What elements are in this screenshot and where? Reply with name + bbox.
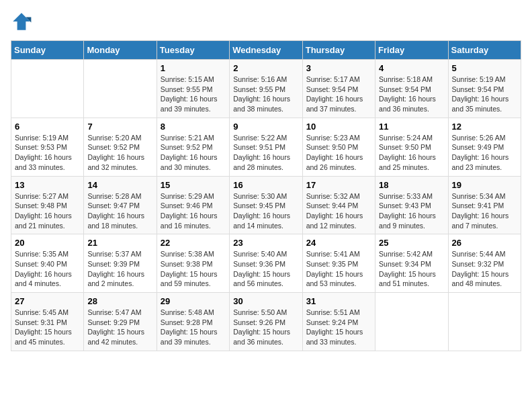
- day-info: Sunrise: 5:18 AM Sunset: 9:54 PM Dayligh…: [379, 75, 444, 114]
- day-info: Sunrise: 5:23 AM Sunset: 9:50 PM Dayligh…: [306, 133, 371, 173]
- day-info: Sunrise: 5:16 AM Sunset: 9:55 PM Dayligh…: [233, 75, 298, 114]
- day-number: 10: [306, 122, 371, 132]
- day-info: Sunrise: 5:22 AM Sunset: 9:51 PM Dayligh…: [233, 133, 298, 173]
- day-number: 13: [15, 180, 80, 190]
- day-info: Sunrise: 5:15 AM Sunset: 9:55 PM Dayligh…: [161, 75, 226, 114]
- day-number: 7: [87, 122, 152, 132]
- day-info: Sunrise: 5:40 AM Sunset: 9:36 PM Dayligh…: [233, 249, 298, 289]
- header-day-wednesday: Wednesday: [230, 41, 302, 60]
- calendar-cell: 1Sunrise: 5:15 AM Sunset: 9:55 PM Daylig…: [157, 60, 229, 118]
- calendar-cell: 7Sunrise: 5:20 AM Sunset: 9:52 PM Daylig…: [84, 118, 157, 176]
- day-number: 30: [233, 296, 298, 306]
- day-number: 11: [379, 122, 444, 132]
- day-info: Sunrise: 5:33 AM Sunset: 9:43 PM Dayligh…: [379, 191, 444, 231]
- day-number: 12: [452, 122, 517, 132]
- calendar-cell: 15Sunrise: 5:29 AM Sunset: 9:46 PM Dayli…: [157, 176, 229, 234]
- calendar-cell: 8Sunrise: 5:21 AM Sunset: 9:52 PM Daylig…: [157, 118, 229, 176]
- calendar-cell: 16Sunrise: 5:30 AM Sunset: 9:45 PM Dayli…: [230, 176, 302, 234]
- calendar-cell: 19Sunrise: 5:34 AM Sunset: 9:41 PM Dayli…: [448, 176, 521, 234]
- day-info: Sunrise: 5:51 AM Sunset: 9:24 PM Dayligh…: [306, 308, 371, 347]
- calendar-cell: 2Sunrise: 5:16 AM Sunset: 9:55 PM Daylig…: [230, 60, 302, 118]
- day-number: 24: [306, 238, 371, 248]
- calendar-cell: 31Sunrise: 5:51 AM Sunset: 9:24 PM Dayli…: [302, 293, 375, 351]
- day-info: Sunrise: 5:27 AM Sunset: 9:48 PM Dayligh…: [15, 191, 80, 231]
- day-number: 15: [161, 180, 226, 190]
- svg-marker-0: [13, 13, 30, 30]
- day-info: Sunrise: 5:44 AM Sunset: 9:32 PM Dayligh…: [452, 249, 517, 289]
- day-info: Sunrise: 5:42 AM Sunset: 9:34 PM Dayligh…: [379, 249, 444, 289]
- calendar-cell: 10Sunrise: 5:23 AM Sunset: 9:50 PM Dayli…: [302, 118, 375, 176]
- day-number: 4: [379, 63, 444, 73]
- day-number: 14: [87, 180, 152, 190]
- day-number: 25: [379, 238, 444, 248]
- day-number: 18: [379, 180, 444, 190]
- day-info: Sunrise: 5:21 AM Sunset: 9:52 PM Dayligh…: [161, 133, 226, 173]
- week-row-0: 1Sunrise: 5:15 AM Sunset: 9:55 PM Daylig…: [11, 60, 521, 118]
- day-info: Sunrise: 5:30 AM Sunset: 9:45 PM Dayligh…: [233, 191, 298, 231]
- calendar-cell: 4Sunrise: 5:18 AM Sunset: 9:54 PM Daylig…: [375, 60, 448, 118]
- week-row-1: 6Sunrise: 5:19 AM Sunset: 9:53 PM Daylig…: [11, 118, 521, 176]
- calendar-cell: [448, 293, 521, 351]
- week-row-2: 13Sunrise: 5:27 AM Sunset: 9:48 PM Dayli…: [11, 176, 521, 234]
- day-number: 22: [161, 238, 226, 248]
- calendar-cell: 20Sunrise: 5:35 AM Sunset: 9:40 PM Dayli…: [11, 234, 84, 293]
- day-number: 29: [161, 296, 226, 306]
- calendar-cell: 6Sunrise: 5:19 AM Sunset: 9:53 PM Daylig…: [11, 118, 84, 176]
- week-row-4: 27Sunrise: 5:45 AM Sunset: 9:31 PM Dayli…: [11, 293, 521, 351]
- day-number: 1: [161, 63, 226, 73]
- day-info: Sunrise: 5:19 AM Sunset: 9:54 PM Dayligh…: [452, 75, 517, 114]
- calendar-cell: 9Sunrise: 5:22 AM Sunset: 9:51 PM Daylig…: [230, 118, 302, 176]
- day-number: 23: [233, 238, 298, 248]
- day-number: 27: [15, 296, 80, 306]
- calendar-table: SundayMondayTuesdayWednesdayThursdayFrid…: [11, 40, 521, 351]
- day-number: 28: [87, 296, 152, 306]
- page-header: [11, 11, 521, 32]
- day-info: Sunrise: 5:20 AM Sunset: 9:52 PM Dayligh…: [87, 133, 152, 173]
- calendar-cell: 27Sunrise: 5:45 AM Sunset: 9:31 PM Dayli…: [11, 293, 84, 351]
- calendar-cell: 23Sunrise: 5:40 AM Sunset: 9:36 PM Dayli…: [230, 234, 302, 293]
- day-info: Sunrise: 5:32 AM Sunset: 9:44 PM Dayligh…: [306, 191, 371, 231]
- calendar-cell: 18Sunrise: 5:33 AM Sunset: 9:43 PM Dayli…: [375, 176, 448, 234]
- logo: [11, 11, 35, 32]
- calendar-cell: 30Sunrise: 5:50 AM Sunset: 9:26 PM Dayli…: [230, 293, 302, 351]
- day-info: Sunrise: 5:28 AM Sunset: 9:47 PM Dayligh…: [87, 191, 152, 231]
- day-number: 31: [306, 296, 371, 306]
- calendar-cell: 17Sunrise: 5:32 AM Sunset: 9:44 PM Dayli…: [302, 176, 375, 234]
- day-info: Sunrise: 5:41 AM Sunset: 9:35 PM Dayligh…: [306, 249, 371, 289]
- calendar-cell: 28Sunrise: 5:47 AM Sunset: 9:29 PM Dayli…: [84, 293, 157, 351]
- header-day-sunday: Sunday: [11, 41, 84, 60]
- calendar-cell: 26Sunrise: 5:44 AM Sunset: 9:32 PM Dayli…: [448, 234, 521, 293]
- day-info: Sunrise: 5:34 AM Sunset: 9:41 PM Dayligh…: [452, 191, 517, 231]
- calendar-cell: 25Sunrise: 5:42 AM Sunset: 9:34 PM Dayli…: [375, 234, 448, 293]
- header-day-tuesday: Tuesday: [157, 41, 229, 60]
- day-number: 17: [306, 180, 371, 190]
- calendar-cell: 12Sunrise: 5:26 AM Sunset: 9:49 PM Dayli…: [448, 118, 521, 176]
- calendar-cell: [375, 293, 448, 351]
- day-info: Sunrise: 5:19 AM Sunset: 9:53 PM Dayligh…: [15, 133, 80, 173]
- day-number: 5: [452, 63, 517, 73]
- day-number: 21: [87, 238, 152, 248]
- calendar-cell: 24Sunrise: 5:41 AM Sunset: 9:35 PM Dayli…: [302, 234, 375, 293]
- calendar-cell: 21Sunrise: 5:37 AM Sunset: 9:39 PM Dayli…: [84, 234, 157, 293]
- calendar-cell: 14Sunrise: 5:28 AM Sunset: 9:47 PM Dayli…: [84, 176, 157, 234]
- header-day-thursday: Thursday: [302, 41, 375, 60]
- calendar-cell: 13Sunrise: 5:27 AM Sunset: 9:48 PM Dayli…: [11, 176, 84, 234]
- calendar-cell: [11, 60, 84, 118]
- week-row-3: 20Sunrise: 5:35 AM Sunset: 9:40 PM Dayli…: [11, 234, 521, 293]
- calendar-cell: 22Sunrise: 5:38 AM Sunset: 9:38 PM Dayli…: [157, 234, 229, 293]
- day-info: Sunrise: 5:26 AM Sunset: 9:49 PM Dayligh…: [452, 133, 517, 173]
- calendar-cell: 29Sunrise: 5:48 AM Sunset: 9:28 PM Dayli…: [157, 293, 229, 351]
- day-info: Sunrise: 5:38 AM Sunset: 9:38 PM Dayligh…: [161, 249, 226, 289]
- day-number: 19: [452, 180, 517, 190]
- day-number: 3: [306, 63, 371, 73]
- day-info: Sunrise: 5:17 AM Sunset: 9:54 PM Dayligh…: [306, 75, 371, 114]
- day-number: 16: [233, 180, 298, 190]
- day-info: Sunrise: 5:47 AM Sunset: 9:29 PM Dayligh…: [87, 308, 152, 347]
- day-number: 2: [233, 63, 298, 73]
- day-number: 9: [233, 122, 298, 132]
- day-info: Sunrise: 5:45 AM Sunset: 9:31 PM Dayligh…: [15, 308, 80, 347]
- day-number: 8: [161, 122, 226, 132]
- day-info: Sunrise: 5:29 AM Sunset: 9:46 PM Dayligh…: [161, 191, 226, 231]
- day-info: Sunrise: 5:35 AM Sunset: 9:40 PM Dayligh…: [15, 249, 80, 289]
- day-number: 20: [15, 238, 80, 248]
